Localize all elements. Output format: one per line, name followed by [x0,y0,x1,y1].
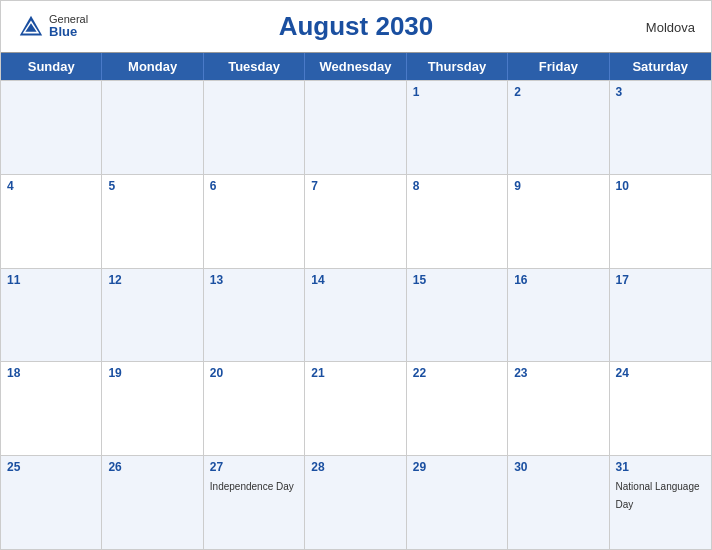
day-cell-22: 22 [407,362,508,455]
week-row-4: 18 19 20 21 22 23 24 [1,361,711,455]
day-cell-8: 8 [407,175,508,268]
day-cell-29: 29 [407,456,508,549]
day-cell-11: 11 [1,269,102,362]
logo-blue-text: Blue [49,25,88,39]
day-cell-6: 6 [204,175,305,268]
event-independence-day: Independence Day [210,481,294,492]
day-cell-9: 9 [508,175,609,268]
day-cell-empty [305,81,406,174]
day-cell-empty [102,81,203,174]
day-cell-16: 16 [508,269,609,362]
logo-text: General Blue [49,13,88,39]
day-cell-14: 14 [305,269,406,362]
event-national-language-day: National Language Day [616,481,700,510]
day-headers: Sunday Monday Tuesday Wednesday Thursday… [1,53,711,80]
day-cell-10: 10 [610,175,711,268]
day-cell-12: 12 [102,269,203,362]
header-sunday: Sunday [1,53,102,80]
day-cell-24: 24 [610,362,711,455]
day-cell-1: 1 [407,81,508,174]
day-cell-26: 26 [102,456,203,549]
header-saturday: Saturday [610,53,711,80]
day-cell-31: 31 National Language Day [610,456,711,549]
logo-icon [17,13,45,41]
day-cell-30: 30 [508,456,609,549]
calendar-title: August 2030 [279,11,434,42]
day-cell-25: 25 [1,456,102,549]
day-cell-4: 4 [1,175,102,268]
header-wednesday: Wednesday [305,53,406,80]
day-cell-17: 17 [610,269,711,362]
country-label: Moldova [646,19,695,34]
day-cell-empty [1,81,102,174]
day-cell-19: 19 [102,362,203,455]
weeks-container: 1 2 3 4 5 6 7 8 9 10 11 12 13 14 15 16 [1,80,711,549]
week-row-3: 11 12 13 14 15 16 17 [1,268,711,362]
day-cell-5: 5 [102,175,203,268]
day-cell-18: 18 [1,362,102,455]
week-row-1: 1 2 3 [1,80,711,174]
header-friday: Friday [508,53,609,80]
calendar-grid: Sunday Monday Tuesday Wednesday Thursday… [1,52,711,549]
week-row-5: 25 26 27 Independence Day 28 29 30 31 Na… [1,455,711,549]
week-row-2: 4 5 6 7 8 9 10 [1,174,711,268]
day-cell-7: 7 [305,175,406,268]
calendar-header: General Blue August 2030 Moldova [1,1,711,52]
day-cell-27: 27 Independence Day [204,456,305,549]
header-thursday: Thursday [407,53,508,80]
day-cell-13: 13 [204,269,305,362]
day-cell-empty [204,81,305,174]
header-monday: Monday [102,53,203,80]
day-cell-2: 2 [508,81,609,174]
header-tuesday: Tuesday [204,53,305,80]
day-cell-28: 28 [305,456,406,549]
logo: General Blue [17,13,88,41]
day-cell-20: 20 [204,362,305,455]
calendar: General Blue August 2030 Moldova Sunday … [0,0,712,550]
day-cell-23: 23 [508,362,609,455]
day-cell-15: 15 [407,269,508,362]
day-cell-3: 3 [610,81,711,174]
day-cell-21: 21 [305,362,406,455]
